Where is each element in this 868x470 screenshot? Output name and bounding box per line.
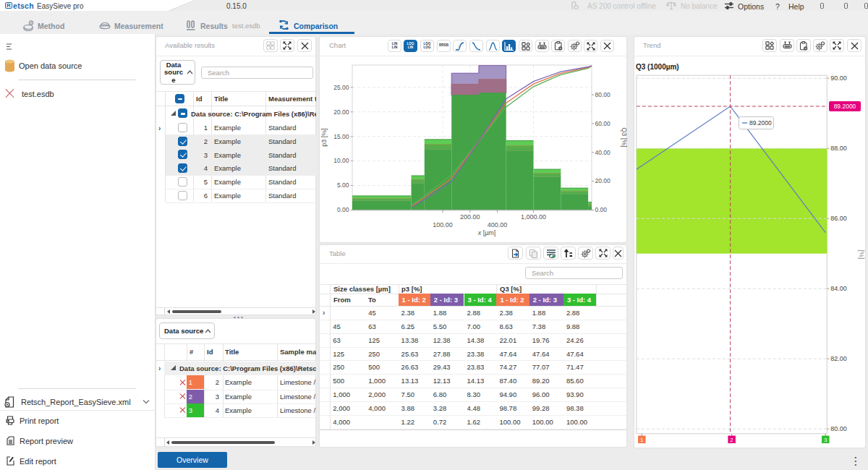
svg-text:89.2000: 89.2000 [834, 103, 856, 110]
svg-text:82.00: 82.00 [830, 355, 847, 362]
svg-text:60.00: 60.00 [595, 120, 611, 127]
svg-text:80.00: 80.00 [595, 91, 611, 98]
svg-text:84.00: 84.00 [830, 285, 847, 292]
svg-text:25.00: 25.00 [333, 84, 349, 91]
svg-text:15.00: 15.00 [333, 133, 349, 140]
svg-text:88.00: 88.00 [830, 145, 847, 152]
svg-text:3: 3 [824, 437, 827, 443]
svg-text:1: 1 [640, 437, 644, 443]
svg-text:10.00: 10.00 [333, 157, 349, 164]
svg-text:89.2000: 89.2000 [749, 119, 772, 127]
svg-text:p3 [%]: p3 [%] [320, 128, 328, 147]
svg-text:86.00: 86.00 [830, 215, 847, 222]
svg-text:90.00: 90.00 [830, 74, 847, 82]
svg-text:400.00: 400.00 [488, 221, 508, 228]
svg-text:5.00: 5.00 [337, 181, 349, 189]
svg-text:2: 2 [730, 437, 733, 443]
svg-text:0.00: 0.00 [337, 206, 349, 213]
svg-text:200.00: 200.00 [460, 213, 480, 221]
svg-text:0.00: 0.00 [595, 206, 608, 213]
svg-text:80.00: 80.00 [830, 425, 847, 432]
svg-text:[%]: [%] [858, 249, 865, 259]
svg-text:x [µm]: x [µm] [477, 229, 496, 236]
svg-text:40.00: 40.00 [595, 149, 611, 156]
svg-text:20.00: 20.00 [595, 177, 611, 184]
svg-text:100.00: 100.00 [433, 221, 453, 228]
svg-text:Q3 [%]: Q3 [%] [621, 127, 627, 148]
svg-text:1,000.00: 1,000.00 [521, 213, 546, 221]
svg-text:20.00: 20.00 [333, 108, 349, 116]
